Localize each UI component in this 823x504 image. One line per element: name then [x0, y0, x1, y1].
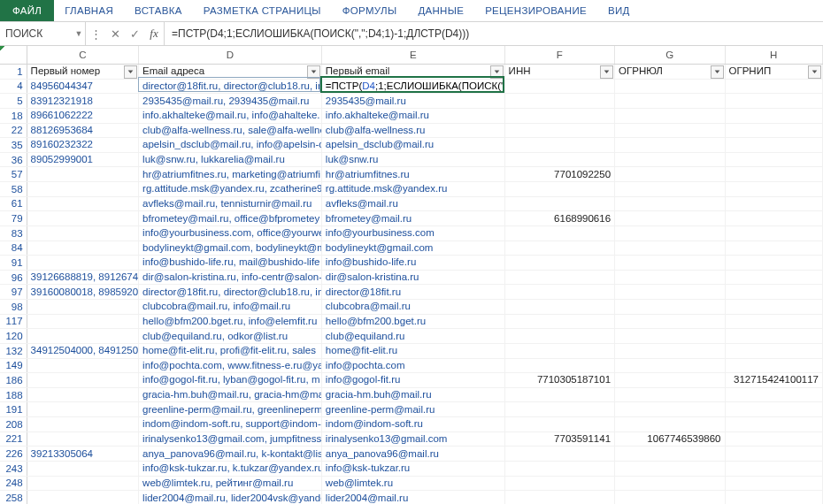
- row-header[interactable]: 58: [0, 182, 27, 197]
- name-box[interactable]: ▼: [0, 22, 86, 45]
- cell-F[interactable]: [504, 300, 614, 315]
- cell-H[interactable]: [725, 108, 822, 123]
- cell-D[interactable]: greenline-perm@mail.ru, greenlineperm: [139, 402, 322, 417]
- ribbon-tab-insert[interactable]: ВСТАВКА: [124, 0, 193, 21]
- cell-G[interactable]: [615, 79, 725, 94]
- cell-H[interactable]: [725, 152, 822, 167]
- cell-D[interactable]: lider2004@mail.ru, lider2004vsk@yande: [139, 491, 322, 504]
- cell-H[interactable]: [725, 196, 822, 211]
- cell-G[interactable]: [615, 241, 725, 256]
- cell-G[interactable]: [615, 211, 725, 226]
- cell-G[interactable]: [615, 225, 725, 241]
- cell-C[interactable]: [27, 476, 138, 491]
- cell-C[interactable]: 89661062222: [27, 108, 138, 123]
- cell-F[interactable]: [504, 447, 614, 462]
- row-header[interactable]: 4: [0, 79, 27, 94]
- cell-H[interactable]: [725, 447, 822, 462]
- row-header[interactable]: 117: [0, 314, 27, 329]
- cell-H[interactable]: [725, 167, 822, 182]
- cell-F[interactable]: [504, 79, 614, 94]
- cell-E[interactable]: greenline-perm@mail.ru: [321, 402, 504, 417]
- cell-E[interactable]: dir@salon-kristina.ru: [321, 270, 504, 285]
- cell-E[interactable]: indom@indom-soft.ru: [321, 417, 504, 432]
- cell-C[interactable]: [27, 196, 138, 211]
- cell-H[interactable]: [725, 431, 822, 447]
- cell-C[interactable]: 39160080018, 89859202218: [27, 285, 138, 300]
- cell-G[interactable]: [615, 123, 725, 138]
- cell-E[interactable]: club@equiland.ru: [321, 329, 504, 344]
- ribbon-tab-file[interactable]: ФАЙЛ: [0, 0, 54, 21]
- formula-enter-icon[interactable]: ✓: [125, 27, 144, 41]
- row-header[interactable]: 84: [0, 241, 27, 256]
- cell-E[interactable]: luk@snw.ru: [321, 152, 504, 167]
- row-header[interactable]: 61: [0, 196, 27, 211]
- cell-D[interactable]: info@yourbusiness.com, office@yourwe: [139, 225, 322, 241]
- cell-D[interactable]: gracia-hm.buh@mail.ru, gracia-hm@mail: [139, 387, 322, 402]
- cell-C[interactable]: [27, 167, 138, 182]
- cell-C[interactable]: 89160232322: [27, 138, 138, 153]
- cell-C[interactable]: Первый номер: [27, 65, 138, 80]
- cell-D[interactable]: director@18fit.ru, director@club18.ru, i…: [139, 285, 322, 300]
- cell-G[interactable]: [615, 343, 725, 358]
- cell-F[interactable]: [504, 329, 614, 344]
- cell-H[interactable]: [725, 79, 822, 94]
- cell-E[interactable]: info@pochta.com: [321, 358, 504, 373]
- cell-H[interactable]: [725, 123, 822, 138]
- cell-E[interactable]: =ПСТР(D4;1;ЕСЛИОШИБКА(ПОИСК(",";D4;1)-1;…: [321, 79, 504, 94]
- cell-F[interactable]: [504, 417, 614, 432]
- cell-C[interactable]: [27, 373, 138, 388]
- cell-H[interactable]: ОГРНИП: [725, 65, 822, 80]
- cell-E[interactable]: club@alfa-wellness.ru: [321, 123, 504, 138]
- cell-C[interactable]: 88126953684: [27, 123, 138, 138]
- cell-F[interactable]: [504, 182, 614, 197]
- cell-E[interactable]: irinalysenko13@gmail.com: [321, 431, 504, 447]
- cell-D[interactable]: info@ksk-tukzar.ru, k.tukzar@yandex.ru: [139, 461, 322, 476]
- cell-D[interactable]: indom@indom-soft.ru, support@indom-: [139, 417, 322, 432]
- cell-C[interactable]: [27, 314, 138, 329]
- cell-G[interactable]: [615, 256, 725, 271]
- cell-E[interactable]: bfrometey@mail.ru: [321, 211, 504, 226]
- name-box-input[interactable]: [0, 25, 73, 42]
- ribbon-tab-view[interactable]: ВИД: [597, 0, 641, 21]
- col-header-E[interactable]: E: [321, 46, 504, 65]
- cell-H[interactable]: [725, 343, 822, 358]
- row-header[interactable]: 96: [0, 270, 27, 285]
- cell-G[interactable]: [615, 417, 725, 432]
- cell-E[interactable]: clubcobra@mail.ru: [321, 300, 504, 315]
- col-header-C[interactable]: C: [27, 46, 138, 65]
- cell-E[interactable]: gracia-hm.buh@mail.ru: [321, 387, 504, 402]
- cell-F[interactable]: [504, 225, 614, 241]
- cell-G[interactable]: [615, 402, 725, 417]
- cell-D[interactable]: info.akhalteke@mail.ru, info@ahalteke.: [139, 108, 322, 123]
- cell-E[interactable]: Первый email: [321, 65, 504, 80]
- cell-C[interactable]: [27, 211, 138, 226]
- cell-D[interactable]: hello@bfm200.bget.ru, info@elemfit.ru: [139, 314, 322, 329]
- row-header[interactable]: 208: [0, 417, 27, 432]
- filter-dropdown-icon[interactable]: [490, 65, 504, 79]
- cell-E[interactable]: rg.attitude.msk@yandex.ru: [321, 182, 504, 197]
- cell-F[interactable]: 6168990616: [504, 211, 614, 226]
- cell-C[interactable]: [27, 300, 138, 315]
- cell-H[interactable]: [725, 461, 822, 476]
- cell-C[interactable]: [27, 431, 138, 447]
- cell-G[interactable]: [615, 329, 725, 344]
- cell-G[interactable]: [615, 108, 725, 123]
- cell-H[interactable]: [725, 285, 822, 300]
- cell-E[interactable]: hr@atriumfitnes.ru: [321, 167, 504, 182]
- cell-G[interactable]: [615, 94, 725, 109]
- ribbon-tab-data[interactable]: ДАННЫЕ: [407, 0, 474, 21]
- cell-C[interactable]: [27, 461, 138, 476]
- cell-E[interactable]: info@ksk-tukzar.ru: [321, 461, 504, 476]
- cell-G[interactable]: [615, 447, 725, 462]
- cell-C[interactable]: [27, 329, 138, 344]
- cell-H[interactable]: [725, 241, 822, 256]
- row-header[interactable]: 191: [0, 402, 27, 417]
- col-header-F[interactable]: F: [504, 46, 614, 65]
- cell-E[interactable]: 2935435@mail.ru: [321, 94, 504, 109]
- cell-E[interactable]: avfleks@mail.ru: [321, 196, 504, 211]
- cell-D[interactable]: home@fit-elit.ru, profi@fit-elit.ru, sal…: [139, 343, 322, 358]
- cell-G[interactable]: [615, 300, 725, 315]
- cell-H[interactable]: [725, 94, 822, 109]
- cell-H[interactable]: [725, 314, 822, 329]
- cell-C[interactable]: [27, 358, 138, 373]
